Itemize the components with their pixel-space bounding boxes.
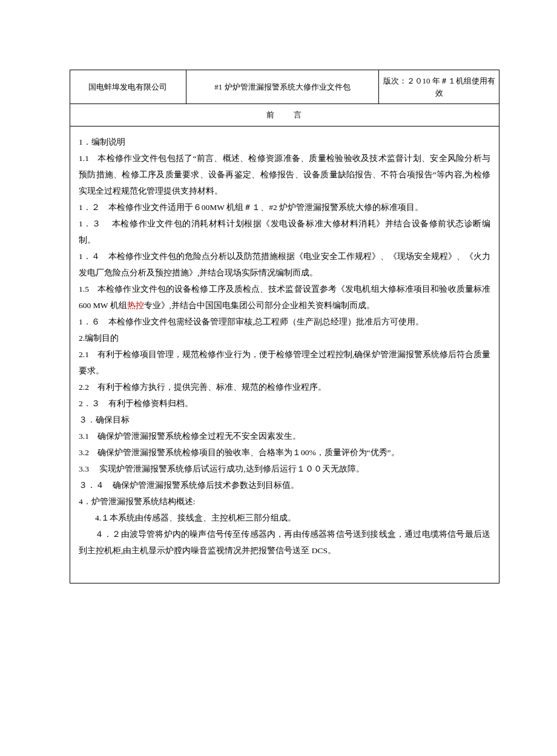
para-1-1: 1.1 本检修作业文件包包括了“前言、概述、检修资源准备、质量检验验收及技术监督… [79, 150, 490, 199]
document-page: 国电蚌埠发电有限公司 #1 炉炉管泄漏报警系统大修作业文件包 版次：２０10 年… [0, 0, 557, 756]
para-2-2: 2.2 有利于检修方执行，提供完善、标准、规范的检修作业程序。 [79, 379, 490, 395]
preface-title: 前 言 [70, 104, 499, 127]
para-1-5-post: 专业》,并结合中国国电集团公司部分企业相关资料编制而成。 [144, 301, 375, 310]
page-frame: 国电蚌埠发电有限公司 #1 炉炉管泄漏报警系统大修作业文件包 版次：２０10 年… [70, 70, 499, 583]
preface-title-row: 前 言 [70, 104, 499, 127]
para-3-2: 3.2 确保炉管泄漏报警系统检修项目的验收率、合格率为１00%，质量评价为“优秀… [79, 444, 490, 461]
header-doc-title: #1 炉炉管泄漏报警系统大修作业文件包 [186, 70, 379, 104]
header-version: 版次：２０10 年＃１机组使用有效 [379, 70, 499, 104]
para-3-4: ３．４ 确保炉管泄漏报警系统修后技术参数达到目标值。 [79, 477, 490, 493]
header-row: 国电蚌埠发电有限公司 #1 炉炉管泄漏报警系统大修作业文件包 版次：２０10 年… [70, 70, 499, 104]
para-1-6: 1．６ 本检修作业文件包需经设备管理部审核,总工程师（生产副总经理）批准后方可使… [79, 314, 490, 330]
para-1-4: 1．４ 本检修作业文件包的危险点分析以及防范措施根据《电业安全工作规程》、《现场… [79, 248, 490, 281]
para-2-1: 2.1 有利于检修项目管理，规范检修作业行为，便于检修管理全过程控制,确保炉管泄… [79, 346, 490, 379]
body-content: 1．编制说明 1.1 本检修作业文件包包括了“前言、概述、检修资源准备、质量检验… [70, 127, 499, 583]
para-4-2: ４．２由波导管将炉内的噪声信号传至传感器内，再由传感器将信号送到接线盒，通过电缆… [79, 526, 490, 559]
section-1-heading: 1．编制说明 [79, 134, 490, 150]
section-4-heading: 4．炉管泄漏报警系统结构概述: [79, 493, 490, 510]
para-2-3: 2．３ 有利于检修资料归档。 [79, 395, 490, 412]
para-3-3: 3.3 实现炉管泄漏报警系统修后试运行成功,达到修后运行１００天无故障。 [79, 461, 490, 477]
para-1-2: 1．２ 本检修作业文件适用于６00MW 机组＃１、#2 炉炉管泄漏报警系统大修的… [79, 199, 490, 215]
para-3-1: 3.1 确保炉管泄漏报警系统检修全过程无不安全因素发生。 [79, 428, 490, 444]
header-table: 国电蚌埠发电有限公司 #1 炉炉管泄漏报警系统大修作业文件包 版次：２０10 年… [70, 70, 499, 127]
para-1-5: 1.5 本检修作业文件包的设备检修工序及质检点、技术监督设置参考《发电机组大修标… [79, 281, 490, 314]
header-company: 国电蚌埠发电有限公司 [70, 70, 186, 104]
section-3-heading: ３．确保目标 [79, 412, 490, 428]
para-4-1: 4.１本系统由传感器、接线盒、主控机柜三部分组成。 [79, 510, 490, 526]
para-1-5-highlight: 热控 [127, 301, 144, 310]
para-1-3: 1．３ 本检修作业文件包的消耗材料计划根据《发电设备标准大修材料消耗》并结合设备… [79, 215, 490, 248]
section-2-heading: 2.编制目的 [79, 330, 490, 346]
